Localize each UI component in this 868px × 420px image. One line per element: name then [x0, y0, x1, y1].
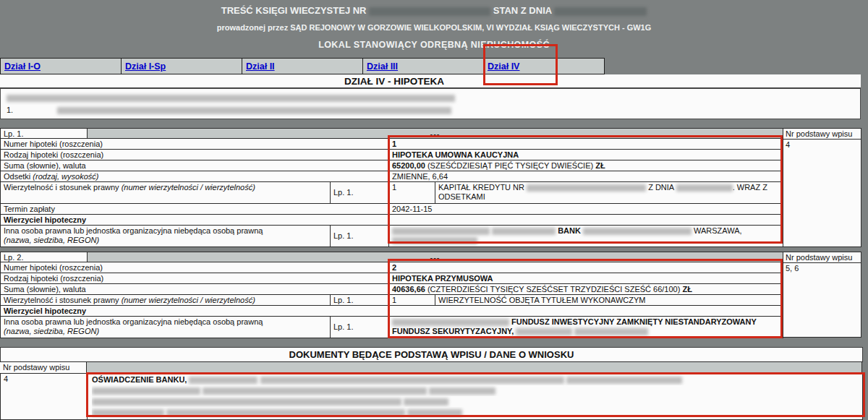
notice-item-number: 1.: [7, 106, 13, 114]
tab-dzial-3-link[interactable]: Dział III: [367, 61, 398, 72]
redacted-text: [429, 387, 495, 395]
entry2-suma-words: (CZTERDZIEŚCI TYSIĘCY SZEŚĆSET TRZYDZIEŚ…: [427, 285, 680, 293]
entry2-numer-value: 2: [388, 262, 783, 273]
entry2-wierzyciel-value: FUNDUSZ INWESTYCYJNY ZAMKNIĘTY NIESTANDA…: [388, 316, 783, 338]
entry2-basis-column: Nr podstawy wpisu 5, 6: [783, 252, 861, 338]
document-type: OŚWIADCZENIE BANKU,: [92, 375, 187, 384]
section-title: DZIAŁ IV - HIPOTEKA: [0, 74, 861, 88]
label-rodzaj-hipoteki: Rodzaj hipoteki (roszczenia): [0, 273, 389, 284]
basis-column-header: Nr podstawy wpisu: [783, 128, 861, 140]
entry1-odsetki-value: ZMIENNE, 6,64: [388, 171, 783, 182]
tab-dzial-4[interactable]: Dział IV: [483, 58, 605, 74]
entry2-wierzytelnosc-text: WIERZYTELNOŚĆ OBJĘTA TYTUŁEM WYKONAWCZYM: [435, 294, 783, 306]
entry1-wierzyciel-value: BANK WARSZAWA,: [388, 225, 783, 247]
entry1-basis-value: 4: [783, 139, 861, 247]
redacted-state-date: [554, 7, 647, 16]
tab-dzial-1sp-link[interactable]: Dział I-Sp: [125, 61, 166, 72]
entry1-suma-words: (SZEŚĆDZIESIĄT PIĘĆ TYSIĘCY DWIEŚCIE): [427, 161, 593, 170]
label-suma: Suma (słownie), waluta: [0, 160, 389, 171]
tab-dzial-3[interactable]: Dział III: [362, 58, 484, 74]
entry1-termin-value: 2042-11-15: [388, 203, 783, 215]
entry1-rodzaj-value: HIPOTEKA UMOWNA KAUCYJNA: [388, 149, 783, 160]
label-odsetki: Odsetki (rodzaj, wysokość): [0, 171, 389, 182]
tab-dzial-2-link[interactable]: Dział II: [246, 61, 275, 72]
redacted-text: [516, 328, 572, 335]
redacted-text: [92, 398, 401, 406]
entry2-suma-amount: 40636,66: [392, 285, 425, 293]
label-wierzytelnosc: Wierzytelność i stosunek prawny (numer w…: [0, 181, 331, 204]
mortgage-entry-2: Lp. 2. --- Numer hipoteki (roszczenia) 2…: [0, 252, 861, 338]
entry2-wierzytelnosc-nr: 1: [388, 294, 435, 306]
redacted-text: [566, 377, 682, 384]
documents-basis-header: Nr podstawy wpisu: [0, 361, 87, 374]
tab-dzial-1sp[interactable]: Dział I-Sp: [121, 58, 242, 74]
section-tabs: Dział I-O Dział I-Sp Dział II Dział III …: [0, 58, 608, 74]
label-wierzyciel-hipoteczny: Wierzyciel hipoteczny: [0, 305, 389, 317]
redacted-text: [57, 107, 451, 114]
entry1-bank-city: WARSZAWA,: [694, 226, 742, 235]
tab-dzial-4-link[interactable]: Dział IV: [488, 61, 519, 72]
redacted-text: [392, 237, 477, 244]
entry2-inna-osoba-lp: Lp. 1.: [330, 316, 389, 338]
entry2-rodzaj-value: HIPOTEKA PRZYMUSOWA: [388, 273, 783, 284]
tab-dzial-1o[interactable]: Dział I-O: [0, 58, 122, 74]
redacted-text: [189, 377, 258, 384]
tab-dzial-2[interactable]: Dział II: [242, 58, 363, 74]
label-wierzyciel-hipoteczny: Wierzyciel hipoteczny: [0, 214, 389, 226]
entry1-lp: Lp. 1.: [0, 128, 88, 139]
entry1-wierzytelnosc-lp: Lp. 1.: [330, 181, 389, 204]
redacted-text: [583, 228, 692, 235]
label-inna-osoba: Inna osoba prawna lub jednostka organiza…: [0, 316, 331, 338]
redacted-text: [492, 228, 556, 235]
redacted-text: [407, 409, 462, 416]
redacted-text: [392, 319, 509, 326]
label-numer-hipoteki: Numer hipoteki (roszczenia): [0, 138, 389, 150]
redacted-text: [92, 387, 200, 395]
mortgage-entry-1: Lp. 1. --- Numer hipoteki (roszczenia) 1…: [0, 128, 861, 247]
entry1-numer-value: 1: [388, 138, 783, 150]
page-header: TREŚĆ KSIĘGI WIECZYSTEJ NR STAN Z DNIA p…: [0, 0, 868, 50]
register-title: TREŚĆ KSIĘGI WIECZYSTEJ NR STAN Z DNIA: [0, 5, 868, 16]
entry1-inna-osoba-lp: Lp. 1.: [330, 225, 389, 247]
documents-header-row: Nr podstawy wpisu: [0, 361, 863, 374]
label-wierzytelnosc: Wierzytelność i stosunek prawny (numer w…: [0, 294, 331, 306]
entry1-suma-value: 65200,00 (SZEŚĆDZIESIĄT PIĘĆ TYSIĘCY DWI…: [388, 160, 783, 171]
label-numer-hipoteki: Numer hipoteki (roszczenia): [0, 262, 389, 273]
documents-row: 4 OŚWIADCZENIE BANKU,: [0, 373, 863, 420]
entry1-separator: ---: [87, 128, 783, 139]
documents-section-title: DOKUMENTY BĘDĄCE PODSTAWĄ WPISU / DANE O…: [0, 347, 863, 362]
notice-redacted-line: [7, 92, 854, 104]
redacted-text: [574, 328, 648, 335]
documents-content: OŚWIADCZENIE BANKU,: [87, 373, 863, 420]
land-registry-page: TREŚĆ KSIĘGI WIECZYSTEJ NR STAN Z DNIA p…: [0, 0, 868, 420]
entry1-wierzyciel-empty: [388, 214, 783, 226]
label-termin-zaplaty: Termin zapłaty: [0, 203, 389, 215]
entry1-wierzytelnosc-nr: 1: [388, 181, 435, 204]
entry1-suma-currency: ZŁ: [595, 161, 605, 170]
notice-box: 1.: [0, 88, 861, 119]
documents-basis-number: 4: [0, 373, 88, 420]
property-type-line: LOKAL STANOWIĄCY ODRĘBNĄ NIERUCHOMOŚĆ: [0, 40, 868, 50]
basis-column-header: Nr podstawy wpisu: [783, 252, 861, 263]
label-suma: Suma (słownie), waluta: [0, 283, 389, 295]
redacted-text: [527, 184, 646, 192]
entry2-suma-value: 40636,66 (CZTERDZIEŚCI TYSIĘCY SZEŚĆSET …: [388, 283, 783, 295]
redacted-text: [404, 398, 448, 406]
entry2-basis-value: 5, 6: [783, 262, 861, 338]
tab-dzial-1o-link[interactable]: Dział I-O: [4, 61, 41, 72]
entry1-suma-amount: 65200,00: [392, 161, 425, 170]
label-inna-osoba: Inna osoba prawna lub jednostka organiza…: [0, 225, 331, 247]
register-title-state: STAN Z DNIA: [493, 5, 552, 16]
register-title-prefix: TREŚĆ KSIĘGI WIECZYSTEJ NR: [221, 5, 367, 16]
redacted-text: [392, 228, 490, 235]
redacted-text: [7, 95, 455, 102]
redacted-text: [260, 377, 564, 384]
redacted-text: [676, 184, 733, 192]
label-rodzaj-hipoteki: Rodzaj hipoteki (roszczenia): [0, 149, 389, 160]
redacted-text: [92, 409, 164, 416]
documents-header-filler: [86, 361, 862, 374]
entry2-separator: ---: [87, 252, 783, 262]
redacted-text: [203, 387, 427, 395]
entry2-lp: Lp. 2.: [0, 252, 88, 262]
entry1-basis-column: Nr podstawy wpisu 4: [783, 128, 861, 247]
